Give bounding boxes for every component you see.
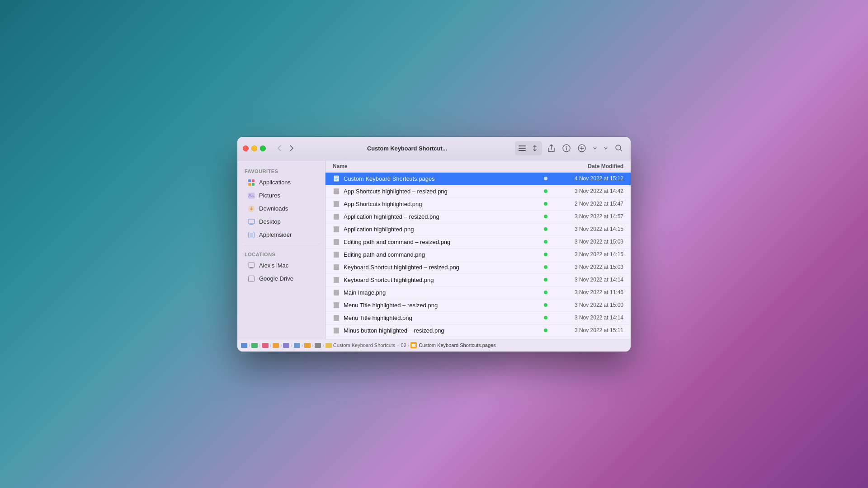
breadcrumb-item[interactable] — [262, 343, 269, 348]
svg-rect-24 — [335, 178, 338, 178]
breadcrumb-folder-item[interactable]: Custom Keyboard Shortcuts – 02 — [326, 343, 406, 348]
breadcrumb-separator-2: › — [408, 343, 409, 348]
breadcrumb-folder-label: Custom Keyboard Shortcuts – 02 — [333, 343, 406, 348]
file-row[interactable]: App Shortcuts highlighted – resized.png3… — [326, 185, 631, 198]
breadcrumb-folder-icon — [315, 343, 321, 348]
file-list-header: Name Date Modified — [326, 160, 631, 173]
status-dot — [544, 303, 547, 307]
list-view-button[interactable] — [516, 142, 528, 155]
forward-button[interactable] — [286, 142, 297, 154]
file-name: Menu Title highlighted.png — [344, 314, 544, 321]
appleinsider-label: AppleInsider — [259, 231, 292, 238]
svg-rect-19 — [250, 267, 253, 268]
file-icon — [333, 175, 340, 182]
sidebar-item-applications[interactable]: Applications — [240, 176, 322, 189]
file-name: Keyboard Shortcut highlighted.png — [344, 277, 544, 283]
arrange-dropdown-button[interactable] — [602, 145, 610, 151]
sidebar-item-downloads[interactable]: Downloads — [240, 202, 322, 215]
downloads-icon — [247, 205, 255, 213]
svg-point-4 — [566, 146, 567, 147]
file-date: 3 Nov 2022 at 14:15 — [551, 226, 623, 232]
toolbar: Custom Keyboard Shortcut... — [237, 137, 631, 160]
tag-button[interactable] — [576, 142, 588, 155]
status-dot — [544, 278, 547, 282]
breadcrumb-item[interactable] — [273, 343, 279, 348]
sidebar-item-alexs-imac[interactable]: Alex's iMac — [240, 259, 322, 272]
desktop-icon — [247, 218, 255, 226]
svg-rect-11 — [248, 193, 255, 198]
file-name: App Shortcuts highlighted.png — [344, 201, 544, 207]
breadcrumb-bar: ››››››››Custom Keyboard Shortcuts – 02›C… — [237, 339, 631, 352]
file-icon — [333, 289, 340, 296]
svg-rect-16 — [249, 224, 254, 225]
window-title: Custom Keyboard Shortcut... — [303, 145, 511, 152]
svg-rect-7 — [248, 179, 251, 182]
svg-rect-1 — [519, 148, 526, 149]
file-date: 3 Nov 2022 at 14:15 — [551, 251, 623, 258]
sidebar-item-pictures[interactable]: Pictures — [240, 189, 322, 202]
file-row[interactable]: Editing path and command – resized.png3 … — [326, 236, 631, 249]
breadcrumb-item[interactable] — [294, 343, 300, 348]
file-row[interactable]: Main Image.png3 Nov 2022 at 11:46 — [326, 286, 631, 299]
file-row[interactable]: Menu Title highlighted – resized.png3 No… — [326, 299, 631, 312]
share-button[interactable] — [545, 142, 557, 155]
breadcrumb-folder-icon — [304, 343, 311, 348]
file-row[interactable]: Editing path and command.png3 Nov 2022 a… — [326, 249, 631, 261]
back-button[interactable] — [273, 142, 285, 154]
file-date: 4 Nov 2022 at 15:12 — [551, 175, 623, 182]
breadcrumb-item[interactable] — [315, 343, 321, 348]
tag-dropdown-button[interactable] — [591, 145, 599, 151]
file-row[interactable]: Menu Title highlighted.png3 Nov 2022 at … — [326, 312, 631, 324]
breadcrumb-folder-icon — [241, 343, 247, 348]
sidebar-divider — [243, 245, 320, 245]
file-row[interactable]: Keyboard Shortcut highlighted.png3 Nov 2… — [326, 274, 631, 286]
breadcrumb-folder-icon — [283, 343, 289, 348]
search-button[interactable] — [613, 142, 625, 155]
status-dot — [544, 240, 547, 244]
file-row[interactable]: Application highlighted.png3 Nov 2022 at… — [326, 223, 631, 236]
file-icon — [333, 238, 340, 245]
favourites-section-label: Favourites — [237, 166, 325, 176]
minimize-button[interactable] — [251, 145, 257, 151]
file-name: Keyboard Shortcut highlighted – resized.… — [344, 264, 544, 271]
view-toggle[interactable] — [515, 141, 542, 155]
sort-toggle-button[interactable] — [528, 142, 541, 155]
svg-rect-2 — [519, 150, 526, 151]
breadcrumb-active-item[interactable]: Custom Keyboard Shortcuts.pages — [410, 342, 496, 348]
breadcrumb-item[interactable] — [283, 343, 289, 348]
file-date: 3 Nov 2022 at 15:00 — [551, 302, 623, 308]
svg-rect-0 — [519, 145, 526, 146]
status-dot — [544, 215, 547, 218]
file-icon — [333, 301, 340, 309]
svg-rect-10 — [252, 183, 255, 186]
file-row[interactable]: App Shortcuts highlighted.png2 Nov 2022 … — [326, 198, 631, 211]
file-date: 2 Nov 2022 at 15:47 — [551, 201, 623, 207]
status-dot — [544, 189, 547, 193]
file-row[interactable]: Keyboard Shortcut highlighted – resized.… — [326, 261, 631, 274]
file-row[interactable]: Minus button highlighted – resized.png3 … — [326, 324, 631, 337]
breadcrumb-separator: › — [259, 343, 260, 348]
finder-wrapper: Custom Keyboard Shortcut... — [237, 137, 631, 352]
file-icon — [333, 213, 340, 220]
file-row[interactable]: Application highlighted – resized.png3 N… — [326, 211, 631, 223]
sidebar-item-desktop[interactable]: Desktop — [240, 216, 322, 228]
svg-rect-22 — [334, 176, 339, 182]
sidebar-item-appleinsider[interactable]: AppleInsider — [240, 229, 322, 241]
close-button[interactable] — [243, 145, 249, 151]
info-button[interactable] — [560, 142, 573, 155]
applications-icon — [247, 178, 255, 187]
breadcrumb-separator: › — [291, 343, 292, 348]
sidebar-item-google-drive[interactable]: Google Drive — [240, 272, 322, 285]
file-icon — [333, 200, 340, 207]
file-name: Custom Keyboard Shortcuts.pages — [344, 175, 544, 182]
applications-label: Applications — [259, 179, 291, 186]
file-name: Main Image.png — [344, 289, 544, 296]
breadcrumb-item[interactable] — [304, 343, 311, 348]
file-row[interactable]: Custom Keyboard Shortcuts.pages4 Nov 202… — [326, 173, 631, 185]
file-date: 3 Nov 2022 at 15:11 — [551, 327, 623, 333]
maximize-button[interactable] — [260, 145, 266, 151]
breadcrumb-item[interactable] — [241, 343, 247, 348]
breadcrumb-item[interactable] — [251, 343, 258, 348]
svg-rect-15 — [250, 224, 253, 225]
file-date: 3 Nov 2022 at 14:57 — [551, 213, 623, 220]
